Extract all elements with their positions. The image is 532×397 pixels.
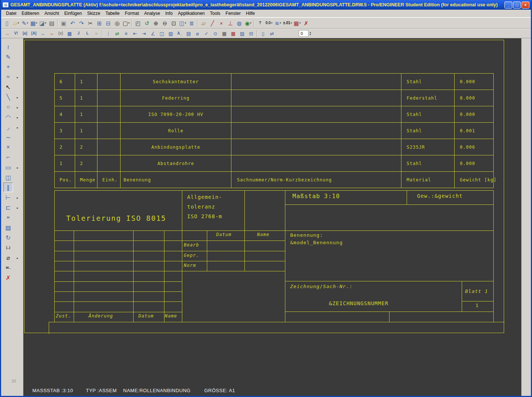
point-tool-icon[interactable]: × xyxy=(3,142,13,152)
dropdown-arrow-icon[interactable]: ▾ xyxy=(18,22,19,25)
text-tool-icon[interactable]: H xyxy=(3,213,13,222)
menu-info[interactable]: Info xyxy=(163,10,175,17)
menu-skizze[interactable]: Skizze xyxy=(84,10,103,17)
draft-line-icon[interactable]: ╱ xyxy=(525,55,528,61)
note-create-icon[interactable]: ▤ xyxy=(185,29,193,38)
spinner-down-icon[interactable]: ▼ xyxy=(309,33,311,36)
table-merge-icon[interactable]: ⊟ xyxy=(247,29,255,38)
menu-analyse[interactable]: Analyse xyxy=(142,10,163,17)
dim-display-icon[interactable]: 0.0▾ xyxy=(265,19,273,27)
align-right-icon[interactable]: ⇥ xyxy=(140,29,148,38)
flyout-arrow-icon[interactable]: ▸ xyxy=(17,76,18,79)
flyout-arrow-icon[interactable]: ▸ xyxy=(17,166,18,170)
angle-dim-icon[interactable]: ∠ xyxy=(149,29,157,38)
flyout-arrow-icon[interactable]: ▸ xyxy=(17,126,18,129)
datum-l-icon[interactable]: L xyxy=(83,29,92,38)
sheet-number-spinner[interactable]: 0 ▲ ▼ xyxy=(299,30,311,37)
erase-display-icon[interactable]: ◪▾ xyxy=(39,19,47,27)
drawing-canvas[interactable]: 61SechskantmutterStahl0.00051FederringFe… xyxy=(23,38,521,396)
note-delete-icon[interactable]: [x] xyxy=(57,29,65,38)
spin-center-icon[interactable]: ↺ xyxy=(143,19,151,27)
dropdown-arrow-icon[interactable]: ▾ xyxy=(291,22,292,25)
csys-display-icon[interactable]: ⊥ xyxy=(226,19,234,27)
menu-hilfe[interactable]: Hilfe xyxy=(243,10,257,17)
hatch-area-icon[interactable]: ▧ xyxy=(167,29,175,38)
open-folder-icon[interactable]: ▱▾ xyxy=(12,19,20,27)
ref-dimension-icon[interactable]: ⇔ xyxy=(48,29,56,38)
menu-datei[interactable]: Datei xyxy=(3,10,19,17)
minimize-button[interactable]: _ xyxy=(504,1,512,9)
dropdown-arrow-icon[interactable]: ▾ xyxy=(250,22,251,25)
mirror-tool-icon[interactable]: ◫ xyxy=(3,172,13,182)
menu-editieren[interactable]: Editieren xyxy=(19,10,42,17)
shaded-view-icon[interactable]: ◍ xyxy=(235,19,243,27)
context-help-icon[interactable]: ? xyxy=(256,19,264,27)
flyout-arrow-icon[interactable]: ▸ xyxy=(17,206,18,210)
sketch-chain-icon[interactable]: ≀ xyxy=(3,42,13,52)
refit-icon[interactable]: ⊡ xyxy=(170,19,178,27)
flyout-arrow-icon[interactable]: ▸ xyxy=(17,116,18,119)
align-dims-icon[interactable]: ⋮ xyxy=(104,29,112,38)
save-icon[interactable]: ▦▾ xyxy=(30,19,38,27)
copy-icon[interactable]: ⊞ xyxy=(95,19,103,27)
undo-icon[interactable]: ↶ xyxy=(68,19,77,27)
check-icon[interactable]: ✓ xyxy=(202,29,211,38)
hatch-tool-icon[interactable]: ▨ xyxy=(3,223,13,232)
hatch-pattern-icon[interactable]: ▨ xyxy=(238,29,246,38)
menu-ansicht[interactable]: Ansicht xyxy=(42,10,61,17)
table-insert-icon[interactable]: ▦ xyxy=(65,29,74,38)
cut-icon[interactable]: ✂ xyxy=(86,19,94,27)
close-panel-icon[interactable]: ✗ xyxy=(302,19,310,27)
balloon-j-icon[interactable]: J xyxy=(74,29,83,38)
note-lower-icon[interactable]: [a] xyxy=(21,29,29,38)
close-button[interactable]: × xyxy=(522,1,529,9)
flyout-arrow-icon[interactable]: ▸ xyxy=(17,96,18,99)
table-highlight-icon[interactable]: ▦ xyxy=(229,29,237,38)
dropdown-arrow-icon[interactable]: ▾ xyxy=(185,22,186,25)
menu-format[interactable]: Format xyxy=(122,10,142,17)
flyout-arrow-icon[interactable]: ▸ xyxy=(17,256,18,260)
dimension-icon[interactable]: ↔ xyxy=(39,29,47,38)
datum-planes-icon[interactable]: ▱ xyxy=(199,19,208,27)
offset-tool-icon[interactable]: ∥ xyxy=(3,183,13,192)
point-plus-icon[interactable]: + xyxy=(3,62,13,72)
zoom-in-icon[interactable]: ⊕ xyxy=(152,19,160,27)
search-icon[interactable]: ◎ xyxy=(113,19,121,27)
use-edge-icon[interactable]: ⊏▸ xyxy=(3,203,13,212)
balloon-icon[interactable]: ⊙ xyxy=(211,29,219,38)
rectangle-tool-icon[interactable]: ▭▸ xyxy=(3,162,13,172)
print-icon[interactable]: ▤ xyxy=(48,19,56,27)
ordinate-dim-icon[interactable]: (..) xyxy=(3,243,13,252)
spline-arrow-icon[interactable]: ≈▸ xyxy=(3,72,13,82)
menu-fenster[interactable]: Fenster xyxy=(223,10,243,17)
dropdown-arrow-icon[interactable]: ▾ xyxy=(45,22,47,25)
tolerance-icon[interactable]: ±.01▾ xyxy=(283,19,292,27)
table-format-icon[interactable]: ▦▾ xyxy=(293,19,301,27)
dropdown-arrow-icon[interactable]: ▾ xyxy=(280,22,281,25)
text-underline-icon[interactable]: A_ xyxy=(176,29,184,38)
dropdown-arrow-icon[interactable]: ▾ xyxy=(128,22,130,25)
saved-views-icon[interactable]: ◫▾ xyxy=(179,19,187,27)
related-view-icon[interactable]: → xyxy=(3,29,11,38)
sheet-setup-icon[interactable]: ▯ xyxy=(259,29,267,38)
flyout-arrow-icon[interactable]: ▸ xyxy=(17,106,18,109)
rotate-tool-icon[interactable]: ↻ xyxy=(3,233,13,242)
align-left-icon[interactable]: ⇤ xyxy=(131,29,139,38)
modify-icon[interactable]: ✎▾ xyxy=(21,19,29,27)
cylinder-icon[interactable]: ◫ xyxy=(158,29,166,38)
menu-tabelle[interactable]: Tabelle xyxy=(103,10,122,17)
baseline-dim-icon[interactable]: M.. xyxy=(3,263,13,272)
chamfer-tool-icon[interactable]: ⌐ xyxy=(3,152,13,162)
menu-einfügen[interactable]: Einfügen xyxy=(62,10,84,17)
menu-applikationen[interactable]: Applikationen xyxy=(175,10,207,17)
web-browser-icon[interactable]: ◉▾ xyxy=(244,19,252,27)
gray-x-icon[interactable]: × xyxy=(92,29,100,38)
dropdown-arrow-icon[interactable]: ▾ xyxy=(271,22,273,25)
trim-tool-icon[interactable]: ⊢▸ xyxy=(3,193,13,202)
maximize-button[interactable]: □ xyxy=(513,1,521,9)
sketch-edit-icon[interactable]: ✎ xyxy=(3,52,13,62)
sheet-format-icon[interactable]: ▱ xyxy=(524,44,528,50)
arc-tool-icon[interactable]: ◠▸ xyxy=(3,112,13,122)
zoom-window-icon[interactable]: ◰ xyxy=(134,19,142,27)
line-tool-icon[interactable]: ╲▸ xyxy=(3,92,13,102)
